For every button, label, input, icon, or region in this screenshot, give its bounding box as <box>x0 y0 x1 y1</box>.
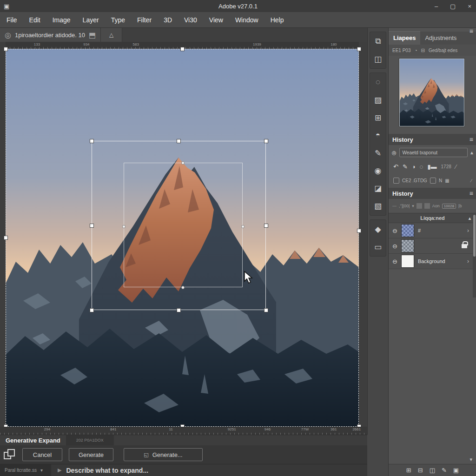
checkbox-2[interactable] <box>430 178 436 184</box>
clone-stamp-tool[interactable]: ◉ <box>370 163 385 178</box>
eyedropper-tool[interactable]: ◓ <box>370 128 385 143</box>
layer-thumbnail[interactable] <box>401 239 414 252</box>
cancel-button[interactable]: Cancel <box>22 448 62 461</box>
menu-edit[interactable]: Edit <box>29 16 40 24</box>
generative-expand-title: Generative Expand <box>0 437 66 444</box>
minus-panel-icon[interactable]: ⊟ <box>418 467 423 474</box>
play-icon[interactable]: ▶ <box>58 467 61 473</box>
blend-mode-text[interactable]: ,°]|00| <box>399 204 410 208</box>
history-state-label[interactable]: Weaetd txaponut <box>399 148 468 157</box>
3d-cube-icon[interactable]: ⬒ <box>89 31 96 40</box>
warning-triangle-button[interactable]: △ <box>101 28 122 42</box>
layer-thumbnail[interactable] <box>401 224 414 237</box>
grid-icon[interactable]: ▦ <box>445 178 449 183</box>
menu-vi30[interactable]: Vi30 <box>184 16 197 24</box>
move-tool[interactable]: ⧉ <box>370 34 385 49</box>
history-state-row[interactable]: ◎ Weaetd txaponut ▴ <box>389 147 476 158</box>
copy-layers-icon[interactable] <box>4 449 16 460</box>
slash-icon: ∕ <box>456 163 456 170</box>
history2-menu-icon[interactable]: ≡ <box>469 190 473 197</box>
minimize-button[interactable]: – <box>435 3 438 10</box>
grid-view-icon[interactable]: ⊞ <box>406 467 411 474</box>
application-window: ▣ Adobe v27.0.1 – ▢ × File Edit Image La… <box>0 0 476 476</box>
menu-layer[interactable]: Layer <box>83 16 99 24</box>
swatch-1[interactable] <box>416 203 422 209</box>
layers-scrollbar[interactable] <box>473 214 476 298</box>
opacity-value[interactable]: 10028 <box>442 204 456 209</box>
menu-file[interactable]: File <box>7 16 17 24</box>
clock-icon[interactable]: ◔ <box>414 48 417 53</box>
pen-tool[interactable]: ◆ <box>370 222 385 237</box>
corner-filler <box>367 435 388 476</box>
generate-more-button[interactable]: ◱ Generate... <box>124 448 203 461</box>
sort-icon[interactable]: ▴ <box>469 216 471 221</box>
new-layer-icon[interactable]: ▣ <box>453 467 459 474</box>
generate-button[interactable]: Generate <box>69 448 113 461</box>
tool-options-segment[interactable]: ◎ 1piroaeltordier atidode. 10 ⬒ <box>0 28 101 42</box>
canvas-selection-border[interactable] <box>6 49 359 427</box>
undo-icon[interactable]: ↶ <box>393 163 398 170</box>
tool-group-3: ◆ ▭ <box>370 219 386 257</box>
marquee-tool[interactable]: ◫ <box>370 52 385 66</box>
half-circle-icon[interactable]: ◑ <box>412 163 416 170</box>
circle-icon[interactable]: ◌ <box>420 163 423 170</box>
canvas-handle-ml[interactable] <box>4 236 8 240</box>
tools-toolbar: ⧉ ◫ ◌ ▨ ⊞ ◓ ✎ ◉ ◪ ▧ ◆ ▭ <box>367 28 388 435</box>
menu-window[interactable]: Window <box>235 16 258 24</box>
bin-icon[interactable]: ⊟ <box>421 48 425 53</box>
target-icon: ◎ <box>5 31 11 40</box>
chevron-right-icon[interactable]: › <box>467 258 469 264</box>
eraser-tool[interactable]: ◪ <box>370 181 385 196</box>
close-button[interactable]: × <box>468 3 471 10</box>
history-menu-icon[interactable]: ≡ <box>469 136 473 143</box>
preset-label: Paral ltcratte.ss <box>5 468 37 473</box>
history-title: History <box>392 136 413 143</box>
ruler-label: 133 <box>34 42 40 46</box>
chevron-down-icon[interactable]: ▾ <box>412 204 414 208</box>
collapse-icon[interactable]: ▴ <box>470 149 473 156</box>
shape-tool[interactable]: ▭ <box>370 239 385 254</box>
menu-3d[interactable]: 3D <box>164 16 172 24</box>
tab-adjustments[interactable]: Adjustnents <box>420 32 461 45</box>
menu-view[interactable]: View <box>209 16 223 24</box>
tab-layers[interactable]: Liapees <box>389 31 420 45</box>
layer-row-background[interactable]: ⊖ Background › <box>389 254 473 269</box>
swatch-2[interactable] <box>424 203 430 209</box>
layer-row-2[interactable]: ⊖ <box>389 238 473 254</box>
canvas-handle-tm[interactable] <box>180 47 185 51</box>
ruler-label: 841 <box>110 427 116 431</box>
panel-chevron-down-icon[interactable]: ▾ <box>469 456 472 463</box>
menu-image[interactable]: Image <box>53 16 71 24</box>
visibility-eye-icon[interactable]: ⊖ <box>392 227 397 234</box>
preset-dropdown[interactable]: Paral ltcratte.ss ▾ <box>0 464 51 476</box>
menu-help[interactable]: Help <box>271 16 284 24</box>
frame-icon[interactable]: ◫ <box>430 467 435 474</box>
lasso-tool[interactable]: ◌ <box>370 75 385 90</box>
title-bar: ▣ Adobe v27.0.1 – ▢ × <box>0 0 476 12</box>
panel-menu-icon[interactable]: ≡ <box>469 29 473 33</box>
pencil-icon[interactable]: ✎ <box>403 163 408 170</box>
image-thumbnail[interactable] <box>399 59 464 126</box>
canvas-handle-mr[interactable] <box>357 229 361 233</box>
canvas-handle-tr[interactable] <box>357 47 361 51</box>
quick-select-tool[interactable]: ▨ <box>370 93 385 107</box>
visibility-eye-icon[interactable]: ⊖ <box>392 243 397 250</box>
crop-tool[interactable]: ⊞ <box>370 110 385 125</box>
menu-filter[interactable]: Filter <box>137 16 152 24</box>
edit-icon[interactable]: ✎ <box>442 467 447 474</box>
bars-icon[interactable]: ▮▬ <box>427 163 436 170</box>
canvas-handle-tl[interactable] <box>4 47 8 51</box>
gradient-tool[interactable]: ▧ <box>370 198 385 213</box>
layers-header-label: Liqqa:ned <box>420 215 445 221</box>
chevron-right-icon[interactable]: › <box>467 227 469 234</box>
brush-tool[interactable]: ✎ <box>370 145 385 160</box>
menu-type[interactable]: Type <box>111 16 125 24</box>
prompt-placeholder[interactable]: Describe what to expand... <box>66 467 148 474</box>
checkbox-1[interactable] <box>393 178 399 184</box>
layer-row-1[interactable]: ⊖ # › <box>389 223 473 238</box>
layer-name: Background <box>418 258 463 264</box>
visibility-eye-icon[interactable]: ⊖ <box>392 258 397 265</box>
maximize-button[interactable]: ▢ <box>450 3 456 10</box>
layer-thumbnail[interactable] <box>401 255 414 268</box>
subrow-left-label: EE1 P03 <box>392 48 410 53</box>
